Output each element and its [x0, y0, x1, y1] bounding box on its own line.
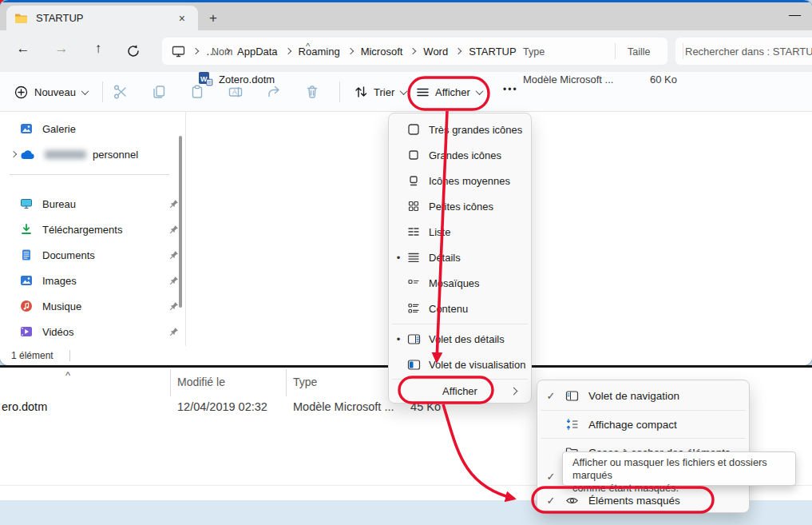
column-header-name[interactable]: Nom: [212, 46, 232, 58]
breadcrumb-roaming[interactable]: Roaming: [299, 46, 340, 58]
sidebar-divider: [10, 174, 169, 175]
breadcrumb-startup[interactable]: STARTUP: [469, 46, 516, 58]
tab-close-icon[interactable]: ×: [174, 12, 190, 25]
submenu-item-volet-de-navigation[interactable]: ✓ Volet de navigation: [541, 382, 746, 409]
sidebar-item-images[interactable]: Images: [5, 268, 179, 292]
folder-icon: [14, 12, 28, 24]
menu-item-tres-grandes-icones[interactable]: Très grandes icônes: [392, 117, 528, 142]
extra-large-icons-icon: [407, 123, 420, 136]
large-icons-icon: [407, 149, 420, 161]
menu-item-icones-moyennes[interactable]: Icônes moyennes: [392, 168, 528, 193]
music-icon: [20, 300, 33, 312]
sidebar-item-telechargements[interactable]: Téléchargements: [5, 217, 179, 241]
menu-item-label: Mosaïques: [429, 277, 480, 289]
sidebar-item-label: Musique: [42, 300, 168, 312]
up-button[interactable]: ↑: [86, 41, 110, 57]
sidebar-item-label: Documents: [42, 249, 168, 261]
sidebar-item-label: personnel: [93, 149, 138, 161]
pin-icon: [168, 250, 179, 261]
chevron-right-icon: [510, 388, 518, 396]
tab-startup[interactable]: STARTUP ×: [6, 6, 198, 30]
onedrive-cloud-icon: [21, 149, 35, 160]
menu-item-volet-de-visualisation[interactable]: Volet de visualisation: [392, 352, 528, 377]
menu-item-liste[interactable]: Liste: [392, 219, 528, 245]
this-pc-icon: [172, 46, 185, 58]
menu-divider: [392, 324, 528, 324]
menu-item-details[interactable]: • Détails: [392, 245, 528, 270]
sidebar-item-label: Bureau: [42, 198, 168, 210]
sort-ascending-icon: ^: [306, 42, 310, 51]
check-icon: ✓: [541, 495, 561, 507]
column-divider[interactable]: [683, 43, 683, 59]
sidebar-item-videos[interactable]: Vidéos: [5, 320, 179, 344]
details-pane-icon: [407, 333, 421, 345]
file-size: 60 Ko: [639, 74, 677, 86]
sort-ascending-icon: ^: [65, 369, 70, 381]
sidebar-item-bureau[interactable]: Bureau: [5, 192, 179, 216]
column-divider[interactable]: [286, 369, 287, 396]
column-divider[interactable]: [615, 43, 616, 59]
menu-item-label: Contenu: [429, 303, 468, 315]
refresh-icon[interactable]: [126, 44, 141, 58]
address-bar[interactable]: … AppData Roaming Microsoft Word STARTUP: [162, 38, 667, 65]
search-input[interactable]: Rechercher dans : STARTUP: [675, 38, 812, 65]
sidebar-item-onedrive-personnel[interactable]: personnel: [5, 142, 179, 166]
videos-icon: [20, 325, 33, 338]
column-header-type[interactable]: Type: [293, 376, 317, 388]
plus-circle-icon: [14, 86, 28, 99]
pin-icon: [168, 225, 179, 235]
menu-item-afficher-submenu[interactable]: Afficher: [392, 380, 528, 401]
pin-icon: [168, 301, 179, 312]
breadcrumb-microsoft[interactable]: Microsoft: [361, 46, 403, 58]
sidebar-item-musique[interactable]: Musique: [5, 294, 179, 318]
sidebar-item-documents[interactable]: Documents: [5, 243, 179, 267]
downloads-icon: [20, 223, 33, 236]
medium-icons-icon: [407, 174, 420, 187]
list-view-icon: [407, 225, 420, 238]
column-divider[interactable]: [170, 369, 171, 396]
column-header-modified[interactable]: Modifié le: [177, 376, 225, 388]
new-tab-button[interactable]: +: [209, 10, 217, 26]
minimize-button[interactable]: —: [789, 7, 801, 21]
back-button[interactable]: ←: [11, 41, 35, 57]
cut-icon[interactable]: [113, 84, 129, 100]
tooltip: Afficher ou masquer les fichiers et doss…: [562, 451, 796, 486]
expand-chevron-icon[interactable]: [10, 151, 17, 157]
breadcrumb-chevron-icon: [347, 48, 353, 54]
small-icons-icon: [407, 200, 420, 213]
selected-bullet-icon: •: [392, 252, 405, 264]
menu-item-mosaiques[interactable]: Mosaïques: [392, 270, 528, 296]
new-button-label: Nouveau: [34, 86, 76, 98]
file-row-zotero[interactable]: W Zotero.dotm Modèle Microsoft ... 60 Ko: [198, 69, 805, 89]
chevron-down-icon: [81, 87, 89, 95]
pin-icon: [168, 327, 179, 337]
breadcrumb-word[interactable]: Word: [423, 46, 448, 58]
file-type: Modèle Microsoft ...: [293, 400, 394, 413]
redacted-username: [45, 150, 86, 159]
status-divider: [69, 350, 70, 361]
submenu-item-affichage-compact[interactable]: Affichage compact: [541, 411, 746, 438]
desktop-icon: [20, 197, 33, 210]
check-icon: ✓: [541, 471, 561, 483]
sidebar-item-galerie[interactable]: Galerie: [5, 117, 179, 141]
menu-item-petites-icones[interactable]: Petites icônes: [392, 193, 528, 219]
selected-bullet-icon: •: [392, 333, 405, 345]
forward-button[interactable]: →: [50, 41, 73, 57]
menu-item-grandes-icones[interactable]: Grandes icônes: [392, 142, 528, 168]
navigation-pane-icon: [565, 390, 579, 402]
file-type: Modèle Microsoft ...: [523, 74, 613, 86]
column-header-type[interactable]: Type: [523, 46, 545, 58]
menu-item-contenu[interactable]: Contenu: [392, 296, 528, 321]
copy-icon[interactable]: [151, 84, 167, 100]
navigation-pane: Galerie personnel Bureau: [0, 112, 186, 346]
menu-item-volet-des-details[interactable]: • Volet des détails: [392, 326, 528, 352]
breadcrumb-appdata[interactable]: AppData: [237, 46, 278, 58]
pin-icon: [168, 199, 179, 209]
new-button[interactable]: Nouveau: [14, 82, 88, 101]
menu-item-label: Grandes icônes: [429, 149, 501, 161]
file-modified-date: 12/04/2019 02:32: [177, 400, 267, 413]
column-header-size[interactable]: Taille: [628, 46, 651, 58]
menu-item-label: Très grandes icônes: [429, 124, 522, 136]
tab-bar: STARTUP × + —: [0, 2, 812, 30]
sidebar-scrollbar[interactable]: [179, 136, 182, 308]
